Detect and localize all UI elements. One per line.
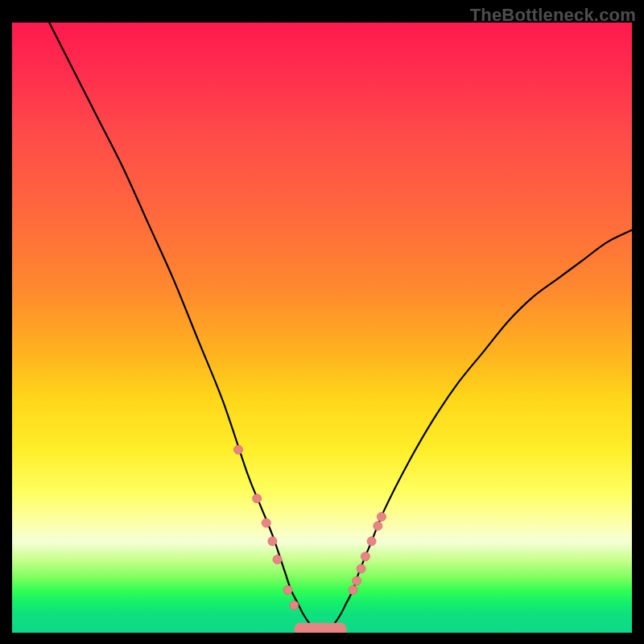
highlight-dot	[273, 555, 282, 564]
chart-frame: TheBottleneck.com	[0, 0, 644, 644]
highlight-dot	[283, 585, 292, 594]
highlight-dot	[377, 512, 386, 521]
highlight-dot	[374, 522, 382, 530]
highlight-dot	[268, 537, 277, 546]
chart-overlay-svg	[12, 23, 632, 633]
highlight-dot	[262, 518, 270, 527]
highlight-dot	[234, 445, 243, 454]
curve-min-band	[294, 623, 346, 633]
highlight-dot	[361, 552, 369, 561]
highlight-dot	[353, 576, 361, 585]
highlight-dots-group	[234, 445, 386, 609]
highlight-dot	[349, 585, 357, 594]
watermark-text: TheBottleneck.com	[470, 5, 636, 26]
bottleneck-curve	[49, 23, 632, 631]
curve-min-band	[294, 623, 346, 633]
highlight-dot	[290, 601, 299, 609]
highlight-dot	[253, 494, 262, 503]
plot-area	[12, 23, 632, 633]
highlight-dot	[367, 537, 376, 546]
highlight-dot	[357, 564, 365, 573]
